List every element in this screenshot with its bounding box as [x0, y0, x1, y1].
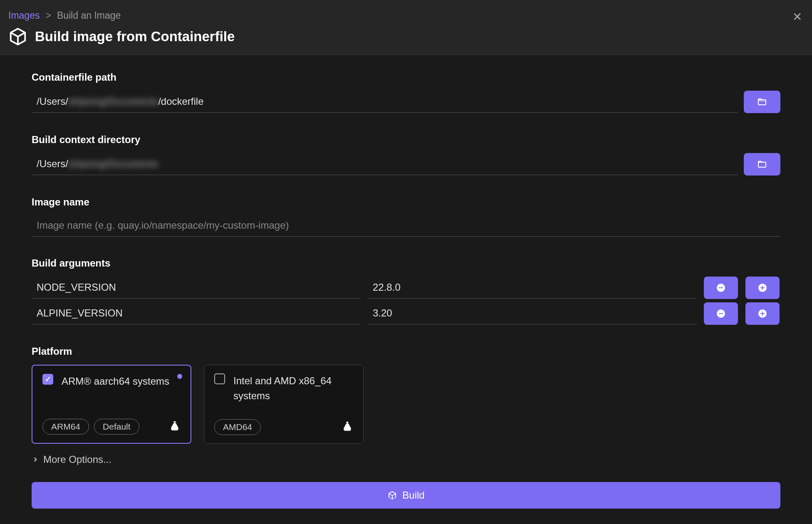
breadcrumb: Images > Build an Image: [8, 10, 804, 21]
add-arg-button[interactable]: [745, 277, 780, 299]
folder-open-icon: [757, 97, 767, 107]
path-prefix: /Users/: [37, 158, 68, 170]
selected-dot-icon: [177, 374, 182, 379]
breadcrumb-current: Build an Image: [57, 10, 121, 21]
close-icon[interactable]: ✕: [792, 10, 802, 24]
plus-circle-icon: [758, 309, 767, 319]
platform-checkbox[interactable]: [214, 373, 225, 384]
platform-label: Platform: [32, 346, 780, 357]
header: Images > Build an Image Build image from…: [0, 0, 812, 55]
more-options-toggle[interactable]: More Options...: [32, 454, 780, 465]
arg-row-0: [32, 277, 780, 299]
platform-section: Platform ARM® aarch64 systems ARM64 Defa…: [32, 346, 780, 465]
build-button-label: Build: [402, 489, 424, 501]
remove-arg-button[interactable]: [704, 277, 738, 299]
default-chip: Default: [94, 419, 139, 435]
arg-row-1: [32, 302, 780, 325]
arch-chip: AMD64: [214, 419, 261, 435]
path-redacted: shipsing/Documents: [68, 96, 158, 107]
svg-rect-9: [762, 311, 763, 316]
breadcrumb-sep: >: [45, 10, 51, 21]
arch-chip: ARM64: [42, 419, 89, 435]
chevron-right-icon: [32, 456, 39, 463]
context-label: Build context directory: [32, 134, 780, 146]
build-button[interactable]: Build: [32, 482, 780, 509]
cube-icon: [387, 490, 397, 500]
svg-point-11: [175, 423, 176, 423]
path-redacted: shipsing/Documents: [68, 158, 158, 170]
build-args-section: Build arguments: [32, 257, 780, 325]
linux-icon: [169, 420, 181, 433]
svg-rect-4: [762, 286, 763, 290]
minus-circle-icon: [716, 309, 726, 319]
more-options-label: More Options...: [43, 454, 111, 465]
platform-checkbox[interactable]: [42, 374, 53, 385]
arg-key-input[interactable]: [32, 277, 360, 299]
context-input[interactable]: /Users/ shipsing/Documents: [32, 154, 738, 175]
build-args-label: Build arguments: [32, 257, 780, 269]
context-field: Build context directory /Users/ shipsing…: [32, 134, 780, 175]
path-prefix: /Users/: [37, 96, 68, 107]
add-arg-button[interactable]: [745, 302, 780, 325]
image-name-label: Image name: [32, 196, 780, 208]
linux-icon: [342, 420, 353, 434]
containerfile-label: Containerfile path: [32, 72, 780, 83]
svg-point-10: [173, 423, 174, 423]
arg-key-input[interactable]: [32, 303, 360, 324]
arg-value-input[interactable]: [368, 303, 696, 324]
image-name-field: Image name: [32, 196, 780, 237]
containerfile-input[interactable]: /Users/ shipsing/Documents /dockerfile: [32, 91, 738, 113]
path-suffix: /dockerfile: [158, 96, 203, 107]
plus-circle-icon: [758, 283, 767, 293]
remove-arg-button[interactable]: [704, 302, 738, 325]
platform-card-amd64[interactable]: Intel and AMD x86_64 systems AMD64: [204, 365, 364, 444]
folder-open-icon: [757, 159, 767, 169]
cube-icon: [8, 27, 27, 46]
platform-card-arm64[interactable]: ARM® aarch64 systems ARM64 Default: [32, 365, 191, 444]
svg-rect-6: [719, 313, 723, 314]
browse-context-button[interactable]: [744, 153, 780, 175]
platform-title: ARM® aarch64 systems: [62, 374, 169, 389]
svg-point-13: [348, 423, 349, 424]
image-name-input[interactable]: [32, 215, 780, 237]
form-content: Containerfile path /Users/ shipsing/Docu…: [0, 55, 812, 524]
containerfile-field: Containerfile path /Users/ shipsing/Docu…: [32, 72, 780, 113]
breadcrumb-root[interactable]: Images: [8, 10, 40, 21]
browse-containerfile-button[interactable]: [744, 91, 780, 113]
svg-point-12: [346, 423, 347, 424]
svg-rect-1: [719, 287, 723, 288]
minus-circle-icon: [716, 283, 726, 293]
page-title: Build image from Containerfile: [35, 29, 235, 44]
platform-title: Intel and AMD x86_64 systems: [233, 373, 353, 403]
arg-value-input[interactable]: [368, 277, 696, 299]
